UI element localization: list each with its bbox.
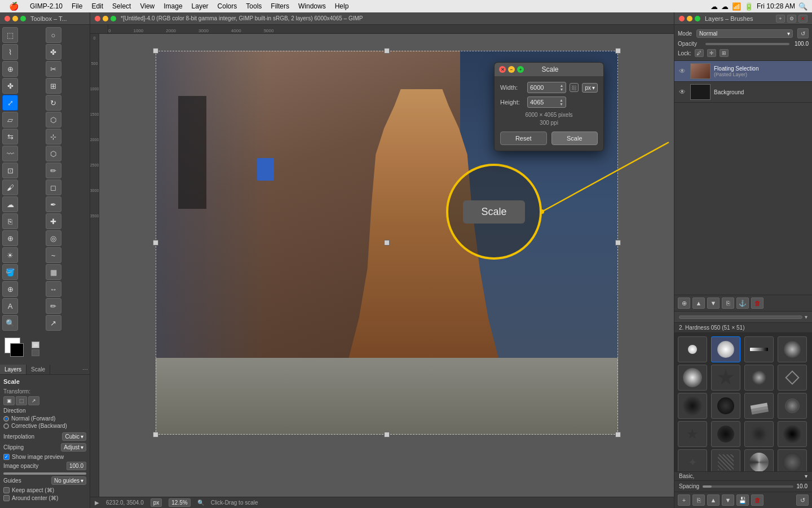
show-preview-checkbox[interactable]: ✓ xyxy=(3,454,10,460)
new-layer-from-visible-button[interactable]: ⊕ xyxy=(678,297,690,309)
around-center-row[interactable]: Around center (⌘) xyxy=(3,495,86,501)
clipping-select[interactable]: Adjust ▾ xyxy=(61,443,86,452)
tool-paintbrush[interactable]: 🖌 xyxy=(2,179,18,195)
tool-ink[interactable]: ✒ xyxy=(46,196,61,212)
tool-align[interactable]: ⊞ xyxy=(46,78,61,94)
menu-help[interactable]: Help xyxy=(330,2,354,10)
menu-gimp[interactable]: GIMP-2.10 xyxy=(25,2,67,10)
lower-brush-button[interactable]: ▼ xyxy=(722,494,734,506)
tool-perspective[interactable]: ⬡ xyxy=(46,112,61,128)
handle-top-right[interactable] xyxy=(615,48,621,54)
panel-new-icon[interactable]: + xyxy=(776,15,785,23)
brush-cell-3[interactable] xyxy=(744,336,774,362)
new-brush-button[interactable]: + xyxy=(678,494,690,506)
tab-layers[interactable]: Layers xyxy=(0,365,27,374)
tool-color-picker[interactable]: ⊕ xyxy=(2,281,18,297)
interpolation-select[interactable]: Cubic ▾ xyxy=(62,432,86,441)
tool-airbrush[interactable]: ☁ xyxy=(2,196,18,212)
brush-cell-12[interactable]: ★ xyxy=(678,421,707,447)
handle-mid-center[interactable] xyxy=(384,240,390,246)
menu-view[interactable]: View xyxy=(135,2,159,10)
tool-scale[interactable]: ⤢ xyxy=(2,95,18,111)
keep-aspect-checkbox[interactable] xyxy=(3,487,10,493)
width-spin-up[interactable]: ▲ xyxy=(560,84,564,87)
scale-reset-button[interactable]: Reset xyxy=(500,132,547,145)
tool-cage[interactable]: ⊹ xyxy=(46,129,61,144)
tool-pencil[interactable]: ✏ xyxy=(46,163,61,178)
chain-width-height[interactable]: ⛓ xyxy=(570,83,579,92)
menu-file[interactable]: File xyxy=(67,2,87,10)
brush-cell-4[interactable] xyxy=(778,336,807,362)
delete-layer-button[interactable]: 🗑 xyxy=(751,297,764,309)
apple-menu[interactable]: 🍎 xyxy=(5,2,23,11)
handle-bottom-right[interactable] xyxy=(615,432,621,437)
menu-tools[interactable]: Tools xyxy=(241,2,266,10)
tool-fuzzy-select[interactable]: ✤ xyxy=(46,44,61,60)
brush-cell-8[interactable] xyxy=(678,393,707,419)
lower-layer-button[interactable]: ▼ xyxy=(707,297,720,309)
toolbox-maximize-dot[interactable] xyxy=(20,16,26,21)
tool-3d-transform[interactable]: ⬡ xyxy=(46,146,61,161)
width-spin-down[interactable]: ▼ xyxy=(560,87,564,91)
tool-rotate[interactable]: ↻ xyxy=(46,95,61,111)
tool-measure[interactable]: ↔ xyxy=(46,281,61,297)
tool-perspective-clone[interactable]: ⊕ xyxy=(2,230,18,246)
handle-mid-left[interactable] xyxy=(153,240,158,246)
tab-tool-options[interactable]: Scale xyxy=(27,365,50,374)
panel-options-button[interactable]: ⋯ xyxy=(81,365,90,374)
tool-pointer[interactable]: ↗ xyxy=(46,315,61,331)
brush-cell-2[interactable] xyxy=(711,336,740,362)
refresh-brushes-button[interactable]: ↺ xyxy=(796,494,809,506)
brushes-dropdown-button[interactable]: ▾ xyxy=(805,314,807,320)
duplicate-brush-button[interactable]: ⎘ xyxy=(692,494,705,506)
callout-scale-button[interactable]: Scale xyxy=(463,200,524,224)
show-preview-row[interactable]: ✓ Show image preview xyxy=(3,454,86,460)
icloud-icon[interactable]: ☁ xyxy=(721,2,729,11)
scale-apply-button[interactable]: Scale xyxy=(551,132,598,145)
panel-menu-icon[interactable]: ⚙ xyxy=(787,15,796,23)
raise-layer-button[interactable]: ▲ xyxy=(692,297,705,309)
handle-top-left[interactable] xyxy=(153,48,158,54)
brush-cell-star[interactable] xyxy=(711,365,740,391)
tool-zoom[interactable]: 🔍 xyxy=(2,315,18,331)
right-minimize-dot[interactable] xyxy=(687,16,692,21)
height-input[interactable]: 4065 ▲ ▼ xyxy=(527,97,566,108)
canvas-minimize-dot[interactable] xyxy=(103,16,108,21)
dropbox-icon[interactable]: ☁ xyxy=(710,2,718,11)
menu-image[interactable]: Image xyxy=(159,2,187,10)
spotlight-icon[interactable]: 🔍 xyxy=(798,2,807,11)
transform-selection-icon[interactable]: ⬚ xyxy=(16,396,27,405)
lock-position-icon[interactable]: ✛ xyxy=(707,49,716,57)
battery-icon[interactable]: 🔋 xyxy=(744,2,753,11)
brush-cell-1[interactable] xyxy=(678,336,707,362)
tool-gradient[interactable]: ▦ xyxy=(46,264,61,280)
menu-edit[interactable]: Edit xyxy=(87,2,108,10)
brush-cell-11[interactable] xyxy=(778,393,807,419)
guides-select[interactable]: No guides ▾ xyxy=(51,476,86,485)
scale-dialog-close[interactable]: ✕ xyxy=(499,66,506,73)
height-spin-down[interactable]: ▼ xyxy=(559,102,563,106)
brush-cell-18[interactable] xyxy=(744,449,774,471)
color-swatches[interactable] xyxy=(5,338,27,360)
height-spin-up[interactable]: ▲ xyxy=(559,98,563,102)
transform-path-icon[interactable]: ↗ xyxy=(28,396,39,405)
tool-scissors[interactable]: ✂ xyxy=(46,61,61,77)
handle-bottom-left[interactable] xyxy=(153,432,158,437)
scale-dialog-expand[interactable]: + xyxy=(517,66,524,73)
brush-cell-17[interactable] xyxy=(711,449,740,471)
direction-corrective-radio[interactable] xyxy=(3,423,9,429)
transform-layer-icon[interactable]: ▣ xyxy=(3,396,15,405)
status-unit-select[interactable]: px xyxy=(151,498,162,507)
brush-cell-5[interactable] xyxy=(678,365,707,391)
reset-colors-icon[interactable] xyxy=(32,349,39,356)
delete-brush-button[interactable]: 🗑 xyxy=(751,494,764,506)
toolbox-close-dot[interactable] xyxy=(5,16,10,21)
brush-cell-10[interactable] xyxy=(744,393,774,419)
menu-colors[interactable]: Colors xyxy=(213,2,242,10)
lock-pixels-icon[interactable]: 🖊 xyxy=(695,49,704,57)
around-center-checkbox[interactable] xyxy=(3,495,10,501)
menu-filters[interactable]: Filters xyxy=(266,2,294,10)
toolbox-minimize-dot[interactable] xyxy=(12,16,18,21)
tool-clone[interactable]: ⎘ xyxy=(2,213,18,229)
width-input[interactable]: 6000 ▲ ▼ xyxy=(527,82,566,93)
